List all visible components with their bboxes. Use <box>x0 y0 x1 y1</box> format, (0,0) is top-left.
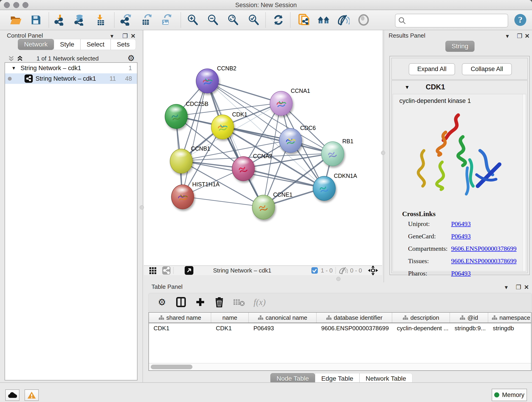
tab-network[interactable]: Network <box>18 39 54 50</box>
node-CDK1[interactable] <box>211 115 234 139</box>
clone-network-icon[interactable] <box>298 13 311 27</box>
node-CCNA2[interactable] <box>232 156 255 181</box>
close-panel-icon[interactable]: ✕ <box>131 32 136 40</box>
expand-all-icon[interactable] <box>17 56 23 62</box>
float-panel-icon[interactable]: ▾ <box>110 32 114 40</box>
column-header-@id[interactable]: @id <box>450 313 488 323</box>
column-header-canonical-name[interactable]: canonical name <box>249 313 317 323</box>
maximize-panel-icon[interactable]: ❐ <box>517 32 522 40</box>
table-cell[interactable]: P06493 <box>249 323 317 333</box>
close-panel-icon[interactable]: ✕ <box>525 32 530 40</box>
help-icon[interactable]: ? <box>514 13 527 27</box>
tab-string[interactable]: String <box>445 41 475 52</box>
string-view-icon[interactable] <box>162 266 171 274</box>
import-table-file-icon[interactable] <box>94 13 107 27</box>
network-edge-count: 48 <box>125 75 132 82</box>
hidden-eye-icon[interactable] <box>339 267 348 274</box>
column-header-name[interactable]: name <box>211 313 249 323</box>
edge-CCNB2-CCNE1[interactable] <box>207 80 263 207</box>
birdseye-icon[interactable] <box>368 265 378 275</box>
maximize-panel-icon[interactable]: ❐ <box>122 32 128 40</box>
gray-eye-icon[interactable] <box>357 13 370 27</box>
splitter-handle[interactable] <box>140 205 144 210</box>
selected-checkbox-icon[interactable] <box>311 267 318 274</box>
node-CCNB1[interactable] <box>170 149 193 173</box>
crosslink-link[interactable]: 9606.ENSP00000378699 <box>451 255 516 267</box>
network-row[interactable]: String Network – cdk1 11 48 <box>5 73 137 84</box>
expand-all-button[interactable]: Expand All <box>409 63 455 75</box>
network-options-gear-icon[interactable]: ⚙ <box>127 54 135 62</box>
crosslink-link[interactable]: P06493 <box>451 267 471 280</box>
clear-table-icon[interactable] <box>233 298 245 306</box>
splitter-handle[interactable] <box>336 277 341 281</box>
edge-HIST1H1A-CCNE1[interactable] <box>182 196 263 207</box>
show-home-icon[interactable] <box>317 13 330 27</box>
tab-style[interactable]: Style <box>54 39 80 50</box>
open-in-window-icon[interactable] <box>185 266 193 275</box>
column-header-database-identifier[interactable]: database identifier <box>317 313 392 323</box>
tab-sets[interactable]: Sets <box>111 39 136 50</box>
table-cell[interactable]: CDK1 <box>211 323 249 333</box>
crosslink-link[interactable]: P06493 <box>451 218 471 230</box>
edge-CCNB2-HIST1H1A[interactable] <box>182 80 207 196</box>
crosslink-link[interactable]: P06493 <box>451 230 471 242</box>
zoom-selected-icon[interactable] <box>247 13 260 27</box>
crosslink-link[interactable]: 9606.ENSP00000378699 <box>451 242 516 255</box>
collapse-all-icon[interactable] <box>8 56 15 62</box>
column-header-shared-name[interactable]: shared name <box>149 313 211 323</box>
node-CCNA1[interactable] <box>270 91 293 116</box>
node-label-RB1: RB1 <box>342 138 354 145</box>
search-input[interactable] <box>406 16 508 26</box>
float-panel-icon[interactable]: ▾ <box>505 283 508 291</box>
table-row[interactable]: CDK1CDK1P064939606.ENSP00000378699cyclin… <box>149 323 531 333</box>
warning-status-button[interactable] <box>25 389 39 401</box>
maximize-panel-icon[interactable]: ❐ <box>516 283 521 291</box>
collection-expander-icon[interactable]: ▼ <box>12 65 16 71</box>
node-CCNB2[interactable] <box>196 69 219 93</box>
zoom-in-icon[interactable] <box>186 13 199 27</box>
function-builder-icon[interactable]: f(x) <box>254 297 266 307</box>
column-header-namespace[interactable]: namespace <box>488 313 532 323</box>
node-HIST1H1A[interactable] <box>171 185 194 209</box>
show-columns-icon[interactable] <box>176 297 186 307</box>
fit-content-icon[interactable] <box>226 13 240 27</box>
table-cell[interactable]: stringdb:9... <box>450 323 488 333</box>
column-header-description[interactable]: description <box>392 313 450 323</box>
hide-panels-icon[interactable] <box>337 13 350 27</box>
close-panel-icon[interactable]: ✕ <box>524 283 529 291</box>
node-RB1[interactable] <box>321 141 344 166</box>
section-expander-icon[interactable]: ▼ <box>405 84 410 90</box>
hscrollbar-thumb[interactable] <box>151 365 192 369</box>
table-hscrollbar[interactable] <box>149 363 531 370</box>
network-collection-row[interactable]: ▼ String Network – cdk1 1 <box>5 63 137 73</box>
node-CDC25B[interactable] <box>165 104 188 129</box>
add-column-icon[interactable] <box>196 297 205 307</box>
memory-button[interactable]: Memory <box>492 389 527 401</box>
splitter-handle[interactable] <box>381 151 385 155</box>
grid-view-icon[interactable] <box>149 266 157 274</box>
update-icon[interactable] <box>272 13 285 27</box>
table-cell[interactable]: 9606.ENSP00000378699 <box>317 323 392 333</box>
results-scrollbar[interactable] <box>522 94 526 271</box>
open-session-icon[interactable] <box>9 13 22 27</box>
table-cell[interactable]: cyclin-dependent ... <box>392 323 450 333</box>
export-image-icon[interactable] <box>159 13 172 27</box>
table-cell[interactable]: CDK1 <box>149 323 211 333</box>
network-canvas[interactable]: CCNB2CCNA1CDC25BCDK1CDC6RB1CCNB1CCNA2CDK… <box>144 30 382 265</box>
collapse-all-button[interactable]: Collapse All <box>462 63 512 75</box>
export-table-icon[interactable] <box>139 13 152 27</box>
node-CCNE1[interactable] <box>252 195 275 220</box>
cloud-status-button[interactable] <box>5 389 19 401</box>
export-network-icon[interactable] <box>119 13 133 27</box>
import-network-database-icon[interactable] <box>73 13 86 27</box>
table-cell[interactable]: stringdb <box>488 323 532 333</box>
tab-select[interactable]: Select <box>80 39 111 50</box>
node-CDKN1A[interactable] <box>313 176 336 201</box>
zoom-out-icon[interactable] <box>206 13 220 27</box>
delete-column-icon[interactable] <box>215 297 224 307</box>
table-settings-gear-icon[interactable]: ⚙ <box>158 298 166 306</box>
import-network-file-icon[interactable] <box>53 13 66 27</box>
save-session-icon[interactable] <box>29 13 43 27</box>
float-panel-icon[interactable]: ▾ <box>506 32 509 40</box>
node-CDC6[interactable] <box>279 128 302 153</box>
